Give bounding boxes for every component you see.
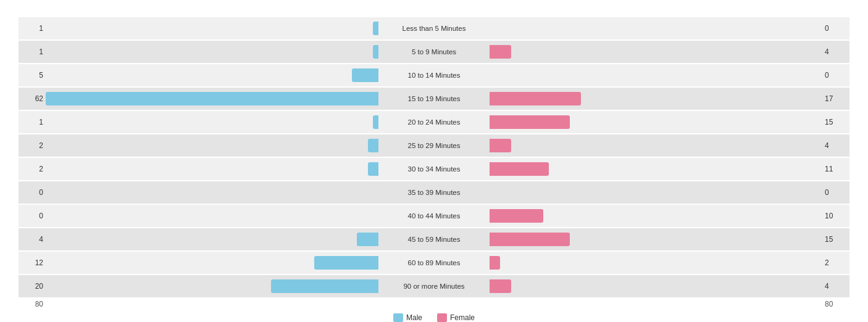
female-value: 4 (822, 47, 849, 56)
row-label: 30 to 34 Minutes (378, 165, 490, 173)
male-value: 5 (19, 71, 46, 80)
male-bar-side (46, 115, 378, 129)
chart-row: 5 10 to 14 Minutes 0 (19, 64, 849, 86)
female-bar-side (490, 139, 822, 152)
row-label: 35 to 39 Minutes (378, 189, 490, 196)
row-label: 25 to 29 Minutes (378, 142, 490, 149)
female-value: 2 (822, 258, 849, 267)
male-bar-side (46, 45, 378, 59)
male-bar (46, 92, 378, 105)
female-bar-side (490, 22, 822, 35)
chart-row: 0 35 to 39 Minutes 0 (19, 181, 849, 204)
row-label: Less than 5 Minutes (378, 25, 490, 32)
male-value: 4 (19, 235, 46, 244)
legend-male-box (393, 313, 403, 322)
chart-row: 2 30 to 34 Minutes 11 (19, 158, 849, 180)
male-value: 62 (19, 94, 46, 103)
chart-row: 4 45 to 59 Minutes 15 (19, 228, 849, 250)
male-bar (314, 256, 378, 270)
chart-row: 12 60 to 89 Minutes 2 (19, 252, 849, 274)
male-bar-side (46, 279, 378, 293)
male-value: 0 (19, 188, 46, 197)
male-value: 2 (19, 165, 46, 173)
male-value: 20 (19, 282, 46, 291)
male-bar-side (46, 139, 378, 152)
chart-row: 0 40 to 44 Minutes 10 (19, 205, 849, 227)
male-value: 12 (19, 258, 46, 267)
male-bar (373, 22, 378, 35)
female-bar-side (490, 279, 822, 293)
male-bar (373, 115, 378, 129)
female-bar-side (490, 256, 822, 270)
chart-row: 2 25 to 29 Minutes 4 (19, 134, 849, 157)
female-value: 4 (822, 141, 849, 150)
female-value: 15 (822, 235, 849, 244)
row-label: 40 to 44 Minutes (378, 212, 490, 220)
chart-row: 62 15 to 19 Minutes 17 (19, 88, 849, 110)
female-bar-side (490, 186, 822, 199)
female-value: 0 (822, 71, 849, 80)
legend-female-box (437, 313, 447, 322)
male-value: 2 (19, 141, 46, 150)
male-bar (368, 139, 378, 152)
female-bar (490, 45, 511, 59)
axis-right-label: 80 (822, 300, 849, 308)
female-bar-side (490, 68, 822, 82)
female-bar-side (490, 115, 822, 129)
male-value: 0 (19, 212, 46, 220)
female-bar (490, 209, 543, 223)
male-value: 1 (19, 47, 46, 56)
female-bar (490, 279, 511, 293)
chart-area: 1 Less than 5 Minutes 0 1 5 to 9 Minutes… (19, 17, 849, 297)
male-bar-side (46, 162, 378, 176)
male-bar-side (46, 256, 378, 270)
male-bar (271, 279, 378, 293)
male-value: 1 (19, 118, 46, 126)
chart-row: 1 20 to 24 Minutes 15 (19, 111, 849, 133)
legend-female: Female (437, 313, 475, 322)
male-bar (368, 162, 378, 176)
male-bar-side (46, 233, 378, 246)
row-label: 15 to 19 Minutes (378, 95, 490, 102)
chart-row: 1 5 to 9 Minutes 4 (19, 41, 849, 63)
male-value: 1 (19, 24, 46, 33)
male-bar (373, 45, 378, 59)
female-value: 4 (822, 282, 849, 291)
female-value: 17 (822, 94, 849, 103)
legend-male-label: Male (406, 313, 422, 322)
male-bar (352, 68, 378, 82)
female-value: 11 (822, 165, 849, 173)
chart-container: 1 Less than 5 Minutes 0 1 5 to 9 Minutes… (19, 12, 849, 322)
male-bar-side (46, 92, 378, 105)
male-bar-side (46, 209, 378, 223)
male-bar (357, 233, 378, 246)
chart-row: 20 90 or more Minutes 4 (19, 275, 849, 297)
female-bar (490, 233, 570, 246)
female-bar-side (490, 92, 822, 105)
female-bar-side (490, 209, 822, 223)
female-value: 0 (822, 188, 849, 197)
axis-labels: 80 80 (19, 300, 849, 308)
row-label: 90 or more Minutes (378, 283, 490, 290)
female-bar (490, 139, 511, 152)
female-bar (490, 162, 549, 176)
female-bar-side (490, 162, 822, 176)
female-bar (490, 256, 500, 270)
chart-row: 1 Less than 5 Minutes 0 (19, 17, 849, 39)
row-label: 45 to 59 Minutes (378, 236, 490, 243)
legend-male: Male (393, 313, 422, 322)
female-bar-side (490, 45, 822, 59)
female-bar-side (490, 233, 822, 246)
male-bar-side (46, 68, 378, 82)
female-value: 10 (822, 212, 849, 220)
male-bar-side (46, 22, 378, 35)
legend: Male Female (19, 313, 849, 322)
legend-female-label: Female (450, 313, 475, 322)
female-bar (490, 115, 570, 129)
row-label: 20 to 24 Minutes (378, 118, 490, 126)
male-bar-side (46, 186, 378, 199)
female-value: 0 (822, 24, 849, 33)
female-value: 15 (822, 118, 849, 126)
row-label: 10 to 14 Minutes (378, 72, 490, 79)
row-label: 60 to 89 Minutes (378, 259, 490, 266)
